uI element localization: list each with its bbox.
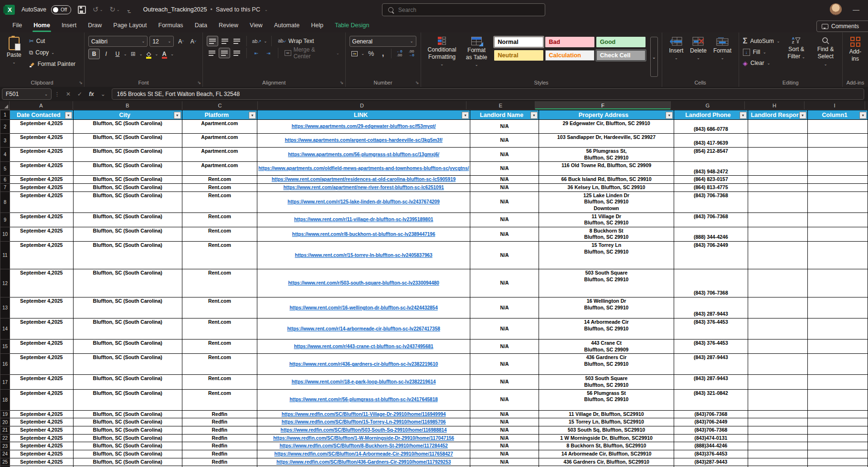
cell-landlord-name[interactable]: N/A — [470, 434, 539, 442]
listing-link[interactable]: https://www.rent.com/apartment/residence… — [272, 177, 455, 182]
menu-tab-help[interactable]: Help — [305, 19, 329, 32]
cell-city[interactable]: Bluffton, SC (South Carolina) — [73, 426, 182, 434]
cell-landlord-phone[interactable]: (843) 287-9443 — [674, 375, 748, 389]
sort-filter-button[interactable]: AZ Sort & Filter ⌄ — [784, 36, 808, 78]
header-landlord-respor[interactable]: Landlord Respor▼ — [748, 110, 807, 120]
wrap-text-button[interactable]: ab⤶Wrap Text — [276, 36, 316, 46]
cell-landlord-phone[interactable]: (843) 706-7368 — [674, 191, 748, 212]
insert-function-button[interactable]: fx — [89, 91, 94, 97]
cell-link[interactable]: https://www.apartments.com/56-plumgrass-… — [257, 148, 470, 162]
listing-link[interactable]: https://www.redfin.com/SC/Bluffton/8-Buc… — [279, 443, 448, 448]
dialog-launcher-icon[interactable]: ⇘ — [340, 80, 344, 85]
cell-landlord-name[interactable]: N/A — [470, 418, 539, 426]
cell-platform[interactable]: Apartment.com — [182, 134, 257, 148]
cell-city[interactable]: Bluffton, SC (South Carolina) — [73, 434, 182, 442]
row-number[interactable]: 22 — [0, 434, 10, 442]
cell-landlord-response[interactable] — [748, 442, 807, 450]
listing-link[interactable]: https://www.apartments.com/29-edgewater-… — [292, 124, 436, 129]
cell-column1[interactable] — [807, 354, 868, 375]
dialog-launcher-icon[interactable]: ⇘ — [198, 80, 201, 85]
cell-date-contacted[interactable]: September 4,2025 — [10, 176, 73, 184]
cell-column1[interactable] — [807, 418, 868, 426]
cell-link[interactable]: https://www.rent.com/r/125-lake-linden-d… — [257, 191, 470, 212]
filter-button[interactable]: ▼ — [666, 112, 673, 119]
cell-city[interactable]: Bluffton, SC (South Carolina) — [73, 418, 182, 426]
cell-link[interactable]: https://www.rent.com/r/436-gardners-cir-… — [257, 354, 470, 375]
listing-link[interactable]: https://www.rent.com/r/503-south-square-… — [288, 280, 439, 286]
cell-platform[interactable]: Rent.com — [182, 191, 257, 212]
cell-city[interactable]: Bluffton, SC (South Carolina) — [73, 340, 182, 354]
cell-platform[interactable]: Redfin — [182, 442, 257, 450]
cell-city[interactable]: Bluffton, SC (South Carolina) — [73, 410, 182, 418]
increase-font-button[interactable]: A^ — [176, 37, 186, 46]
cell-landlord-response[interactable] — [748, 134, 807, 148]
cell-property-address[interactable]: 15 Torrey LnBluffton, SC 29910 — [539, 242, 674, 269]
align-left-button[interactable] — [207, 48, 217, 58]
cell-link[interactable]: https://www.rent.com/r/15-torrey-ln-bluf… — [257, 242, 470, 269]
cell-landlord-phone[interactable]: (843)706-7368 — [674, 410, 748, 418]
merge-center-button[interactable]: ⬌Merge & Center⌄ — [283, 48, 341, 58]
cell-landlord-name[interactable]: N/A — [470, 450, 539, 458]
listing-link[interactable]: https://www.apartments.com/oldfield-mews… — [258, 166, 469, 171]
cell-style-normal[interactable]: Normal — [494, 37, 543, 47]
cell-style-check-cell[interactable]: Check Cell — [596, 50, 646, 61]
cell-property-address[interactable]: 56 Plumgrass StBluffton, SC 29910 — [539, 389, 674, 410]
cell-city[interactable]: Bluffton, SC (South Carolina) — [73, 318, 182, 340]
row-number[interactable]: 12 — [0, 269, 10, 297]
row-number[interactable]: 19 — [0, 410, 10, 418]
menu-tab-home[interactable]: Home — [28, 19, 56, 32]
cell-city[interactable]: Bluffton, SC (South Carolina) — [73, 120, 182, 134]
listing-link[interactable]: https://www.rent.com/r/125-lake-linden-d… — [287, 199, 440, 204]
filter-button[interactable]: ▼ — [799, 112, 806, 119]
cell-landlord-name[interactable]: N/A — [470, 297, 539, 318]
cell-landlord-name[interactable]: N/A — [470, 162, 539, 176]
header-city[interactable]: City▼ — [73, 110, 182, 120]
cell-style-good[interactable]: Good — [596, 37, 646, 47]
row-number[interactable]: 8 — [0, 191, 10, 212]
cell-landlord-response[interactable] — [748, 183, 807, 191]
cell-landlord-response[interactable] — [748, 354, 807, 375]
cell-column1[interactable] — [807, 183, 868, 191]
format-painter-button[interactable]: Format Painter — [27, 59, 77, 69]
cell-column1[interactable] — [807, 148, 868, 162]
cell-link[interactable]: https://www.redfin.com/SC/Bluffton/14-Ar… — [257, 450, 470, 458]
menu-tab-review[interactable]: Review — [213, 19, 244, 32]
cell-link[interactable]: https://www.redfin.com/SC/Bluffton/1-W-M… — [257, 434, 470, 442]
dialog-launcher-icon[interactable]: ⇘ — [79, 80, 83, 85]
cell-city[interactable]: Bluffton, SC (South Carolina) — [73, 191, 182, 212]
cell-property-address[interactable]: 436 Gardners CirBluffton, SC 29910 — [539, 354, 674, 375]
autosave-toggle[interactable]: Off — [51, 5, 71, 14]
row-number[interactable]: 7 — [0, 183, 10, 191]
column-letter-F[interactable]: F — [535, 101, 671, 110]
cell-style-calculation[interactable]: Calculation — [545, 50, 594, 61]
row-number[interactable]: 25 — [0, 458, 10, 466]
header-link[interactable]: LINK▼ — [257, 110, 470, 120]
column-letter-A[interactable]: A — [10, 101, 73, 110]
cell-city[interactable]: Bluffton, SC (South Carolina) — [73, 389, 182, 410]
cell-column1[interactable] — [807, 120, 868, 134]
borders-button[interactable]: ⊞ — [128, 49, 138, 59]
cell-style-bad[interactable]: Bad — [545, 37, 594, 47]
row-number[interactable]: 16 — [0, 354, 10, 375]
cell-property-address[interactable]: 503 South SquareBluffton, SC 29910 — [539, 269, 674, 297]
cell-date-contacted[interactable]: September 4,2025 — [10, 458, 73, 466]
cell-landlord-phone[interactable]: (864) 823-0157 — [674, 176, 748, 184]
number-format-select[interactable]: General⌄ — [349, 36, 416, 47]
menu-tab-file[interactable]: File — [7, 19, 28, 32]
column-letter-E[interactable]: E — [466, 101, 535, 110]
cell-landlord-response[interactable] — [748, 212, 807, 227]
row-number[interactable]: 6 — [0, 176, 10, 184]
listing-link[interactable]: https://www.rent.com/r/443-crane-ct-bluf… — [294, 344, 434, 349]
menu-tab-insert[interactable]: Insert — [56, 19, 82, 32]
cell-landlord-phone[interactable]: (843)706-7368 — [674, 426, 748, 434]
cell-landlord-name[interactable]: N/A — [470, 148, 539, 162]
listing-link[interactable]: https://www.rent.com/r/56-plumgrass-st-b… — [289, 397, 437, 402]
column-letter-H[interactable]: H — [745, 101, 804, 110]
format-cells-button[interactable]: Format⌄ — [710, 36, 734, 78]
cell-platform[interactable]: Rent.com — [182, 375, 257, 389]
cell-property-address[interactable]: 8 Buckhorn St, Bluffton, SC29910 — [539, 442, 674, 450]
cell-landlord-name[interactable]: N/A — [470, 318, 539, 340]
cell-column1[interactable] — [807, 458, 868, 466]
cell-property-address[interactable]: 116 Old Towne Rd, Bluffton, SC 29909 — [539, 162, 674, 176]
row-number[interactable]: 14 — [0, 318, 10, 340]
